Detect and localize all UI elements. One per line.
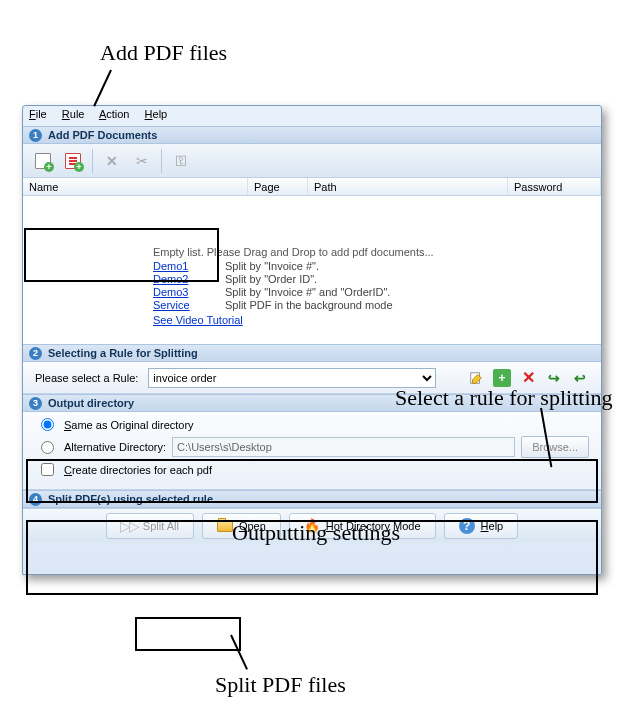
step-badge-2: 2 — [29, 347, 42, 360]
empty-message: Empty list. Please Drag and Drop to add … — [153, 246, 601, 258]
key-icon: ⚿ — [175, 154, 187, 168]
edit-rule-button[interactable] — [467, 369, 485, 387]
add-pdf-icon — [65, 153, 81, 169]
menu-help[interactable]: Help — [145, 108, 168, 120]
label-create-dirs[interactable]: Create directories for each pdf — [64, 464, 212, 476]
step-badge-1: 1 — [29, 129, 42, 142]
delete-rule-button[interactable]: ✕ — [519, 369, 537, 387]
demo2-link[interactable]: Demo2 — [153, 273, 201, 285]
col-page[interactable]: Page — [248, 178, 308, 195]
demo1-link[interactable]: Demo1 — [153, 260, 201, 272]
add-file-icon — [35, 153, 51, 169]
tools-icon: ✂ — [136, 153, 148, 169]
service-link[interactable]: Service — [153, 299, 201, 311]
highlight-split-button — [135, 617, 241, 651]
column-headers: Name Page Path Password — [23, 178, 601, 196]
menu-file[interactable]: File — [29, 108, 47, 120]
checkbox-create-dirs[interactable] — [41, 463, 54, 476]
annotation-split-files: Split PDF files — [215, 672, 346, 698]
split-icon: ▷▷ — [121, 518, 137, 534]
col-path[interactable]: Path — [308, 178, 508, 195]
section-title-1: Add PDF Documents — [48, 129, 157, 141]
col-name[interactable]: Name — [23, 178, 248, 195]
menu-action[interactable]: Action — [99, 108, 130, 120]
add-pdf-button[interactable] — [59, 148, 87, 174]
step-badge-3: 3 — [29, 397, 42, 410]
radio-alt-dir[interactable] — [41, 441, 54, 454]
tools-button[interactable]: ✂ — [128, 148, 156, 174]
label-alt-dir[interactable]: Alternative Directory: — [64, 441, 166, 453]
section-title-3: Output directory — [48, 397, 134, 409]
path-input[interactable] — [172, 437, 515, 457]
radio-same-dir[interactable] — [41, 418, 54, 431]
service-desc: Split PDF in the background mode — [225, 299, 393, 311]
demo2-desc: Split by "Order ID". — [225, 273, 317, 285]
menubar: File Rule Action Help — [23, 106, 601, 126]
rule-label: Please select a Rule: — [35, 372, 138, 384]
help-button[interactable]: ? Help — [444, 513, 519, 539]
label-same-dir[interactable]: Same as Original directory — [64, 419, 194, 431]
col-password[interactable]: Password — [508, 178, 601, 195]
app-window: File Rule Action Help 1 Add PDF Document… — [22, 105, 602, 575]
split-all-label: Split All — [143, 520, 179, 532]
import-rule-button[interactable]: ↩ — [571, 369, 589, 387]
menu-rule[interactable]: Rule — [62, 108, 85, 120]
folder-icon — [217, 518, 233, 534]
step-badge-4: 4 — [29, 493, 42, 506]
toolbar-add: ✕ ✂ ⚿ — [23, 144, 601, 178]
export-rule-button[interactable]: ↪ — [545, 369, 563, 387]
section-split: 4 Split PDF(s) using selected rule — [23, 490, 601, 508]
demo3-link[interactable]: Demo3 — [153, 286, 201, 298]
section-rule: 2 Selecting a Rule for Splitting — [23, 344, 601, 362]
demo3-desc: Split by "Invoice #" and "OrderID". — [225, 286, 390, 298]
section-title-4: Split PDF(s) using selected rule — [48, 493, 213, 505]
annotation-add-files: Add PDF files — [100, 40, 227, 66]
add-rule-button[interactable]: + — [493, 369, 511, 387]
demo1-desc: Split by "Invoice #". — [225, 260, 319, 272]
annotation-output-settings: Outputting settings — [232, 520, 400, 546]
remove-button[interactable]: ✕ — [98, 148, 126, 174]
key-button[interactable]: ⚿ — [167, 148, 195, 174]
split-all-button[interactable]: ▷▷ Split All — [106, 513, 194, 539]
file-list[interactable]: Empty list. Please Drag and Drop to add … — [23, 196, 601, 344]
browse-button[interactable]: Browse... — [521, 436, 589, 458]
video-tutorial-link[interactable]: See Video Tutorial — [153, 314, 243, 326]
remove-icon: ✕ — [106, 153, 118, 169]
output-body: Same as Original directory Alternative D… — [23, 412, 601, 490]
rule-select[interactable]: invoice order — [148, 368, 436, 388]
section-add-pdf: 1 Add PDF Documents — [23, 126, 601, 144]
section-title-2: Selecting a Rule for Splitting — [48, 347, 198, 359]
annotation-select-rule: Select a rule for splitting — [395, 385, 613, 411]
help-icon: ? — [459, 518, 475, 534]
add-file-button[interactable] — [29, 148, 57, 174]
